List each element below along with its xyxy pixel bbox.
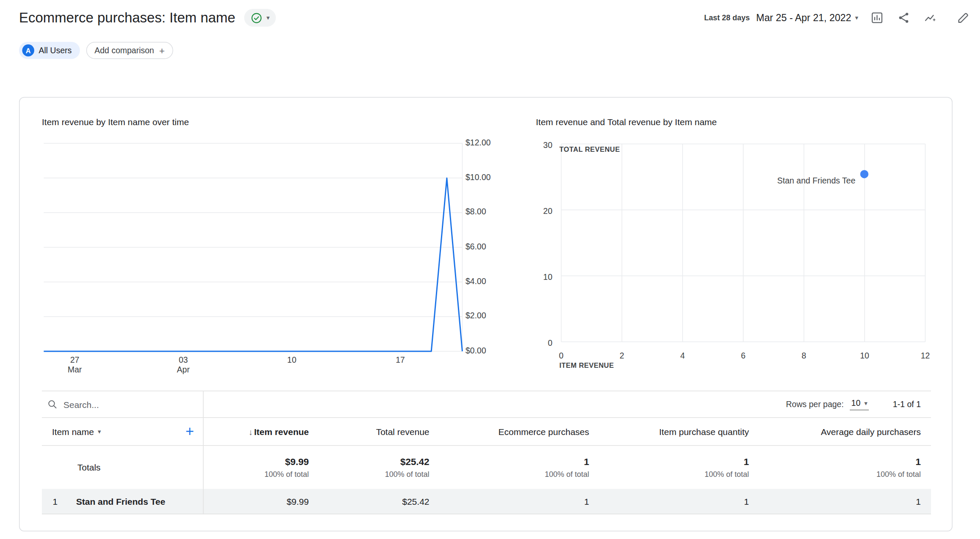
scatter-y-tick: 30	[523, 140, 553, 150]
page-title: Ecommerce purchases: Item name	[19, 10, 235, 26]
column-header-item-name[interactable]: Item name ▾ +	[42, 418, 204, 446]
totals-value: 1	[759, 456, 921, 467]
column-header-ecommerce-purchases[interactable]: Ecommerce purchases	[440, 427, 599, 437]
totals-share: 100% of total	[204, 470, 309, 479]
date-range-picker[interactable]: Mar 25 - Apr 21, 2022 ▾	[756, 12, 858, 24]
line-y-tick: $2.00	[465, 311, 510, 322]
column-header-label: Ecommerce purchases	[498, 427, 589, 437]
line-y-tick: $4.00	[465, 276, 510, 287]
scatter-point[interactable]	[860, 170, 869, 178]
report-card: Item revenue by Item name over time $0.0…	[19, 97, 953, 532]
customize-report-icon	[870, 11, 884, 25]
column-header-item-purchase-quantity[interactable]: Item purchase quantity	[599, 427, 759, 437]
ga4-report-page: Ecommerce purchases: Item name ▾ Last 28…	[0, 0, 980, 539]
totals-cell: Totals	[42, 446, 204, 489]
add-comparison-label: Add comparison	[95, 46, 154, 55]
line-x-tick: 27Mar	[60, 355, 90, 374]
rows-per-page-select[interactable]: 10 ▾	[850, 398, 869, 410]
add-comparison-chip[interactable]: Add comparison +	[86, 42, 173, 59]
share-icon	[897, 11, 911, 25]
totals-value: $25.42	[319, 456, 430, 467]
table-row: 1 Stan and Friends Tee $9.99 $25.42 1 1 …	[42, 489, 931, 514]
chevron-down-icon: ▾	[855, 15, 858, 21]
totals-share: 100% of total	[319, 470, 430, 479]
line-y-tick: $0.00	[465, 346, 510, 357]
scatter-x-tick: 8	[792, 351, 815, 361]
search-box[interactable]	[42, 391, 204, 418]
line-y-tick: $12.00	[465, 138, 510, 149]
totals-total-revenue: $25.42 100% of total	[319, 456, 440, 479]
column-header-label: Average daily purchasers	[821, 427, 921, 437]
line-x-tick: 17	[385, 355, 416, 365]
line-chart-title: Item revenue by Item name over time	[42, 117, 189, 127]
header-actions: Last 28 days Mar 25 - Apr 21, 2022 ▾	[704, 10, 971, 25]
row-dimension-cell: 1 Stan and Friends Tee	[42, 489, 204, 514]
search-icon	[47, 399, 58, 410]
scatter-x-tick: 0	[550, 351, 573, 361]
all-users-chip[interactable]: A All Users	[19, 42, 80, 59]
scatter-chart	[561, 144, 925, 342]
row-index: 1	[42, 496, 76, 506]
add-dimension-button[interactable]: +	[186, 424, 194, 439]
scatter-y-tick: 20	[523, 206, 553, 216]
data-quality-badge[interactable]: ▾	[244, 9, 276, 27]
comparison-chips: A All Users Add comparison +	[19, 42, 173, 59]
row-item-purchase-quantity: 1	[599, 496, 759, 506]
search-input[interactable]	[63, 399, 171, 409]
totals-share: 100% of total	[759, 470, 921, 479]
sort-desc-icon: ↓	[249, 427, 253, 437]
row-ecommerce-purchases: 1	[440, 496, 599, 506]
insights-button[interactable]	[923, 10, 938, 25]
totals-item-purchase-quantity: 1 100% of total	[599, 456, 759, 479]
totals-value: 1	[599, 456, 749, 467]
plus-icon: +	[159, 45, 164, 56]
date-range-value: Mar 25 - Apr 21, 2022	[756, 12, 851, 24]
table-totals-row: Totals $9.99 100% of total $25.42 100% o…	[42, 446, 931, 489]
totals-share: 100% of total	[440, 470, 589, 479]
scatter-y-tick: 0	[523, 338, 553, 348]
totals-average-daily-purchasers: 1 100% of total	[759, 456, 931, 479]
scatter-chart-title: Item revenue and Total revenue by Item n…	[536, 117, 717, 127]
pagination-range: 1-1 of 1	[893, 399, 921, 409]
line-y-tick: $10.00	[465, 172, 510, 183]
scatter-x-tick: 6	[732, 351, 755, 361]
date-preset-label: Last 28 days	[704, 14, 750, 22]
insights-icon	[923, 11, 937, 25]
rows-per-page-label: Rows per page:	[786, 399, 844, 409]
totals-label: Totals	[42, 462, 101, 473]
edit-pencil-icon	[956, 11, 970, 25]
share-report-button[interactable]	[896, 10, 912, 25]
data-table: Rows per page: 10 ▾ 1-1 of 1 Item name ▾…	[42, 391, 931, 514]
column-header-total-revenue[interactable]: Total revenue	[319, 427, 440, 437]
customize-report-button[interactable]	[870, 10, 885, 25]
column-header-average-daily-purchasers[interactable]: Average daily purchasers	[759, 427, 931, 437]
scatter-y-tick: 10	[523, 272, 553, 282]
table-toolbar: Rows per page: 10 ▾ 1-1 of 1	[42, 391, 931, 418]
chevron-down-icon: ▾	[98, 428, 101, 435]
report-header: Ecommerce purchases: Item name ▾ Last 28…	[19, 9, 971, 27]
comparison-avatar: A	[22, 44, 35, 57]
line-x-tick: 03Apr	[168, 355, 199, 374]
totals-ecommerce-purchases: 1 100% of total	[440, 456, 599, 479]
row-item-name: Stan and Friends Tee	[76, 496, 165, 506]
line-y-tick: $6.00	[465, 242, 510, 253]
revenue-line-series	[44, 178, 463, 351]
rows-per-page-value: 10	[851, 398, 861, 408]
row-total-revenue: $25.42	[319, 496, 440, 506]
table-pagination-controls: Rows per page: 10 ▾ 1-1 of 1	[786, 398, 931, 410]
edit-report-button[interactable]	[956, 10, 971, 25]
column-header-item-revenue[interactable]: ↓Item revenue	[204, 427, 319, 437]
check-circle-icon	[251, 12, 263, 24]
totals-value: 1	[440, 456, 589, 467]
scatter-x-tick: 4	[671, 351, 694, 361]
all-users-chip-label: All Users	[39, 46, 72, 55]
scatter-x-axis-title: ITEM REVENUE	[559, 361, 614, 369]
scatter-y-axis-title: TOTAL REVENUE	[559, 145, 620, 153]
item-name-header-label: Item name	[52, 427, 94, 437]
line-x-tick: 10	[276, 355, 307, 365]
line-chart	[44, 143, 463, 351]
row-average-daily-purchasers: 1	[759, 496, 931, 506]
scatter-x-tick: 12	[914, 351, 937, 361]
column-header-label: Item revenue	[254, 427, 309, 437]
table-header-row: Item name ▾ + ↓Item revenue Total revenu…	[42, 418, 931, 446]
